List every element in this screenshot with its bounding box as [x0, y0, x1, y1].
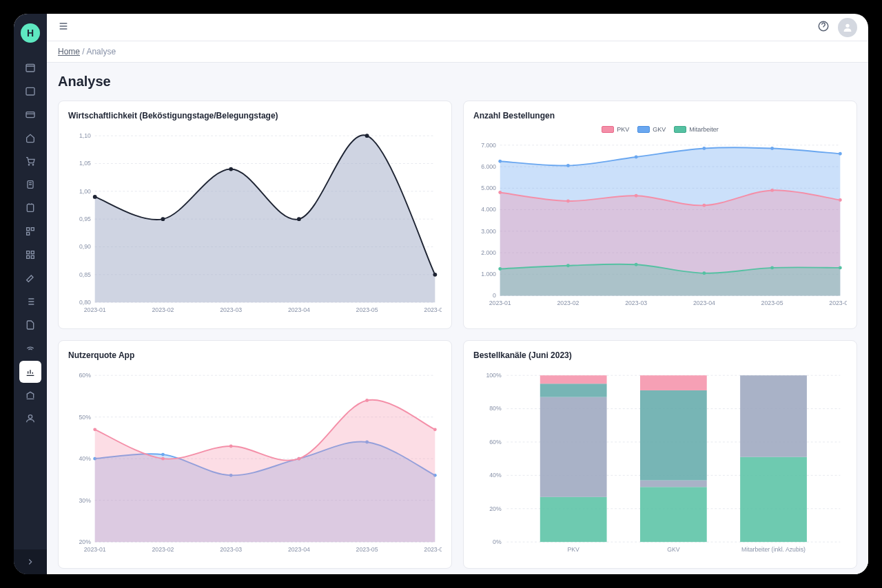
- chart-wirtschaftlichkeit: Wirtschaftlichkeit (Beköstigungstage/Bel…: [58, 101, 452, 329]
- chart-bestellkanaele: Bestellkanäle (Juni 2023) 0%20%40%60%80%…: [463, 340, 857, 569]
- svg-point-56: [839, 152, 842, 156]
- nav-chart-icon[interactable]: [19, 361, 41, 383]
- svg-text:1,10: 1,10: [79, 132, 91, 139]
- nav-cart-icon[interactable]: [19, 150, 41, 172]
- svg-text:7.000: 7.000: [481, 142, 496, 149]
- svg-rect-12: [27, 255, 30, 258]
- svg-text:30%: 30%: [79, 497, 91, 504]
- svg-text:5.000: 5.000: [481, 185, 496, 191]
- svg-rect-11: [31, 251, 34, 254]
- nav-qr-icon[interactable]: [19, 220, 41, 242]
- legend-item: PKV: [602, 126, 629, 133]
- svg-rect-126: [740, 375, 807, 457]
- help-icon[interactable]: [817, 20, 830, 35]
- svg-text:40%: 40%: [79, 455, 91, 462]
- svg-text:0,85: 0,85: [79, 271, 91, 278]
- chart-title: Bestellkanäle (Juni 2023): [473, 350, 847, 360]
- svg-point-52: [566, 164, 570, 167]
- nav-note-icon[interactable]: [19, 197, 41, 219]
- svg-rect-119: [540, 384, 607, 397]
- svg-text:2023-05: 2023-05: [356, 306, 378, 313]
- breadcrumb: Home / Analyse: [47, 41, 868, 63]
- svg-point-55: [770, 147, 774, 150]
- svg-point-53: [635, 156, 638, 159]
- chart-bestellungen: Anzahl Bestellungen PKV GKV Mitarbeiter …: [463, 101, 857, 329]
- svg-rect-6: [27, 204, 33, 212]
- svg-point-59: [635, 194, 638, 198]
- svg-text:2023-01: 2023-01: [84, 306, 106, 313]
- svg-text:Mitarbeiter (inkl. Azubis): Mitarbeiter (inkl. Azubis): [741, 546, 806, 553]
- nav-tools-icon[interactable]: [19, 267, 41, 289]
- svg-text:2023-01: 2023-01: [84, 546, 106, 553]
- svg-rect-10: [27, 251, 30, 254]
- avatar[interactable]: [838, 18, 857, 37]
- nav-calendar2-icon[interactable]: [19, 80, 41, 102]
- svg-point-25: [161, 217, 165, 221]
- legend-item: Mitarbeiter: [674, 126, 719, 133]
- svg-text:20%: 20%: [79, 538, 91, 545]
- chart-title: Wirtschaftlichkeit (Beköstigungstage/Bel…: [68, 111, 442, 120]
- nav-card-icon[interactable]: [19, 103, 41, 125]
- svg-text:2023-05: 2023-05: [356, 546, 378, 553]
- svg-point-96: [229, 445, 233, 448]
- svg-point-95: [161, 457, 165, 461]
- nav-bank-icon[interactable]: [19, 384, 41, 406]
- svg-point-64: [566, 264, 570, 267]
- sidebar: H: [14, 14, 47, 574]
- chart-svg: 0%20%40%60%80%100% PKVGKVMitarbeiter (in…: [473, 366, 847, 558]
- svg-text:0: 0: [493, 292, 496, 299]
- nav-home-icon[interactable]: [19, 127, 41, 149]
- svg-point-65: [635, 263, 638, 266]
- svg-rect-13: [31, 255, 34, 258]
- app-logo: H: [21, 23, 40, 43]
- svg-text:2023-06: 2023-06: [424, 306, 442, 313]
- svg-text:3.000: 3.000: [481, 228, 496, 235]
- breadcrumb-current: Analyse: [86, 47, 116, 56]
- svg-text:100%: 100%: [486, 372, 502, 379]
- menu-icon[interactable]: [58, 21, 69, 34]
- nav-file-icon[interactable]: [19, 314, 41, 336]
- svg-text:60%: 60%: [79, 372, 91, 379]
- nav-wifi-icon[interactable]: [19, 337, 41, 359]
- svg-text:1,00: 1,00: [79, 188, 91, 195]
- svg-rect-122: [640, 481, 707, 487]
- svg-point-57: [498, 191, 502, 194]
- svg-rect-1: [26, 87, 34, 95]
- svg-point-24: [93, 195, 97, 199]
- svg-point-4: [32, 165, 33, 165]
- chart-svg: 0,800,850,900,951,001,051,10 2023-012023…: [68, 126, 442, 319]
- nav-grid-icon[interactable]: [19, 244, 41, 266]
- svg-point-14: [28, 415, 32, 419]
- svg-text:80%: 80%: [489, 405, 502, 412]
- svg-point-3: [28, 165, 29, 165]
- svg-rect-123: [640, 390, 707, 481]
- sidebar-expand-icon[interactable]: [14, 549, 47, 574]
- svg-rect-118: [540, 397, 607, 497]
- chart-title: Nutzerquote App: [68, 350, 442, 360]
- svg-point-27: [297, 217, 301, 221]
- svg-text:4.000: 4.000: [481, 206, 496, 213]
- nav-clipboard-icon[interactable]: [19, 174, 41, 196]
- svg-text:0,80: 0,80: [79, 299, 91, 306]
- svg-point-97: [297, 457, 300, 461]
- svg-point-99: [433, 428, 437, 431]
- svg-text:6.000: 6.000: [481, 163, 496, 170]
- svg-text:2023-04: 2023-04: [288, 306, 310, 313]
- svg-point-98: [365, 399, 369, 402]
- svg-text:2023-05: 2023-05: [761, 300, 783, 306]
- chart-svg: 20%30%40%50%60% 2023-012023-022023-03202…: [68, 366, 442, 558]
- svg-text:50%: 50%: [79, 414, 91, 421]
- svg-point-63: [498, 267, 502, 271]
- nav-calendar-icon[interactable]: [19, 56, 41, 78]
- svg-point-16: [845, 23, 849, 27]
- svg-text:0,95: 0,95: [79, 216, 91, 222]
- svg-rect-9: [27, 232, 30, 235]
- topbar: [47, 14, 868, 41]
- svg-point-94: [93, 428, 96, 431]
- svg-text:2023-01: 2023-01: [489, 300, 511, 306]
- nav-list-icon[interactable]: [19, 291, 41, 313]
- svg-text:2023-03: 2023-03: [625, 300, 647, 306]
- svg-rect-121: [640, 487, 707, 542]
- nav-user-icon[interactable]: [19, 408, 41, 430]
- breadcrumb-home[interactable]: Home: [58, 47, 80, 56]
